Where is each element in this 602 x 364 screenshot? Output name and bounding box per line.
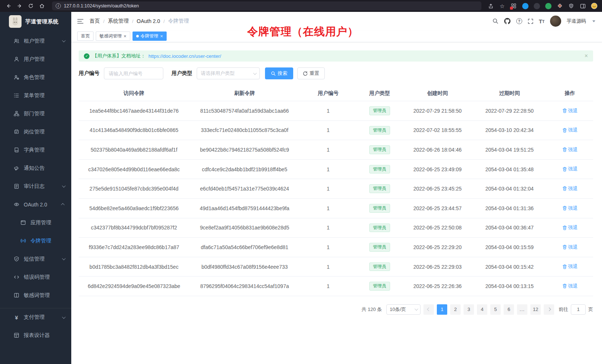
forward-button[interactable] bbox=[15, 1, 24, 10]
tab-home[interactable]: 首页 bbox=[77, 32, 94, 41]
page-size-select[interactable]: 10条/页 bbox=[386, 304, 421, 315]
sidebar-item-notice[interactable]: 通知公告 bbox=[0, 159, 71, 177]
fullscreen-icon[interactable] bbox=[528, 19, 533, 24]
shield-extension-icon[interactable] bbox=[567, 2, 575, 10]
user-id-cell: 1 bbox=[300, 238, 356, 257]
page-button[interactable]: ... bbox=[517, 304, 527, 315]
reset-button[interactable]: 重置 bbox=[297, 67, 325, 79]
extensions-icon[interactable] bbox=[510, 2, 518, 10]
shield-icon bbox=[13, 256, 20, 262]
bookmark-star-icon[interactable]: ☆ bbox=[498, 2, 506, 10]
sidebar-item-oauth[interactable]: OAuth 2.0 bbox=[0, 195, 71, 214]
green-extension-icon[interactable] bbox=[544, 2, 552, 10]
page-button[interactable]: 4 bbox=[477, 304, 487, 315]
force-logout-button[interactable]: 强退 bbox=[562, 283, 578, 289]
force-logout-button[interactable]: 强退 bbox=[562, 244, 578, 251]
actions-cell: 强退 bbox=[547, 218, 593, 238]
user-type-cell: 管理员 bbox=[356, 257, 403, 277]
user-type-select[interactable]: 请选择用户类型 bbox=[197, 67, 260, 79]
sidebar-item-menu[interactable]: 菜单管理 bbox=[0, 86, 71, 105]
table-row: 1ea5e44f8bc1467aaede43144f31de76 811c530… bbox=[79, 101, 593, 121]
page-button[interactable]: 1 bbox=[437, 304, 447, 315]
sidebar-item-sensitive-words[interactable]: 敏感词管理 bbox=[0, 286, 71, 304]
close-icon[interactable]: × bbox=[124, 34, 127, 39]
sidebar-item-dict[interactable]: 字典管理 bbox=[0, 141, 71, 159]
sidebar-item-post[interactable]: 岗位管理 bbox=[0, 123, 71, 141]
refresh-token-cell: 811c530487574fa0af1a59d3abc1aa66 bbox=[189, 101, 300, 121]
sidebar-item-user[interactable]: 用户管理 bbox=[0, 50, 71, 68]
sidebar-collapse-icon[interactable] bbox=[77, 19, 84, 24]
close-icon[interactable]: × bbox=[160, 34, 163, 39]
page-button[interactable]: 5 bbox=[490, 304, 501, 315]
user-type-cell: 管理员 bbox=[356, 120, 403, 140]
sidebar-item-audit-log[interactable]: 审计日志 bbox=[0, 177, 71, 195]
dark-extension-icon[interactable] bbox=[533, 2, 541, 10]
github-icon[interactable] bbox=[504, 18, 511, 24]
create-time-cell: 2022-06-25 22:50:08 bbox=[403, 218, 472, 238]
chevron-down-icon[interactable] bbox=[592, 20, 595, 22]
sidebar-item-role[interactable]: 角色管理 bbox=[0, 68, 71, 86]
home-button[interactable] bbox=[37, 1, 47, 10]
breadcrumb-oauth[interactable]: OAuth 2.0 bbox=[137, 18, 160, 24]
user-id-cell: 1 bbox=[300, 257, 356, 277]
search-button[interactable]: 搜索 bbox=[265, 67, 293, 79]
user-type-badge: 管理员 bbox=[369, 282, 390, 291]
sidebar-nav: 租户管理 用户管理 角色管理 菜单管理 部门管理 岗位管理 bbox=[0, 31, 71, 344]
profile-avatar-icon[interactable] bbox=[590, 2, 598, 10]
page-button[interactable]: 12 bbox=[530, 304, 541, 315]
user-name[interactable]: 芋道源码 bbox=[567, 18, 586, 24]
page-button[interactable]: 2 bbox=[450, 304, 461, 315]
page-button[interactable]: 3 bbox=[464, 304, 474, 315]
reload-button[interactable] bbox=[26, 1, 36, 10]
force-logout-button[interactable]: 强退 bbox=[562, 127, 578, 133]
breadcrumb-system[interactable]: 系统管理 bbox=[108, 18, 129, 24]
sidebar-item-dept[interactable]: 部门管理 bbox=[0, 105, 71, 123]
user-type-cell: 管理员 bbox=[356, 101, 403, 121]
expire-time-cell: 2054-03-04 19:51:25 bbox=[472, 140, 547, 160]
page-button[interactable]: 6 bbox=[504, 304, 514, 315]
site-info-icon[interactable]: i bbox=[56, 3, 61, 9]
back-button[interactable] bbox=[4, 1, 13, 10]
user-icon bbox=[13, 56, 20, 62]
report-layout-icon bbox=[13, 332, 20, 338]
font-size-icon[interactable]: TT bbox=[539, 19, 544, 24]
user-type-badge: 管理员 bbox=[369, 243, 390, 252]
help-icon[interactable]: ? bbox=[516, 18, 522, 24]
url-bar[interactable]: i 127.0.0.1:1024/system/oauth2/token bbox=[52, 1, 481, 10]
sidebar-item-sms[interactable]: 短信管理 bbox=[0, 250, 71, 268]
tenant-icon bbox=[13, 38, 20, 44]
force-logout-button[interactable]: 强退 bbox=[562, 224, 578, 231]
force-logout-button[interactable]: 强退 bbox=[562, 146, 578, 153]
puzzle-extension-icon[interactable] bbox=[556, 2, 564, 10]
force-logout-button[interactable]: 强退 bbox=[562, 107, 578, 114]
sidebar-item-report-designer[interactable]: 报表设计器 bbox=[0, 326, 71, 344]
share-icon[interactable] bbox=[487, 2, 495, 10]
sidebar-item-payment[interactable]: ¥ 支付管理 bbox=[0, 308, 71, 326]
search-icon[interactable] bbox=[493, 18, 498, 24]
goto-page-input[interactable] bbox=[571, 304, 586, 315]
prev-page-button[interactable] bbox=[423, 304, 434, 315]
force-logout-button[interactable]: 强退 bbox=[562, 166, 578, 172]
next-page-button[interactable] bbox=[544, 304, 554, 315]
sidebar-toggle-icon[interactable] bbox=[579, 2, 587, 10]
breadcrumb-home[interactable]: 首页 bbox=[89, 18, 100, 24]
twitter-extension-icon[interactable] bbox=[521, 2, 529, 10]
tab-token-management[interactable]: 令牌管理 × bbox=[132, 32, 167, 41]
refresh-token-cell: e6cfd40eb1f54571a31e775e039c4624 bbox=[189, 179, 300, 199]
force-logout-button[interactable]: 强退 bbox=[562, 205, 578, 212]
sidebar-item-error-code[interactable]: 错误码管理 bbox=[0, 268, 71, 286]
user-id-input[interactable] bbox=[104, 67, 163, 79]
tab-sensitive-words[interactable]: 敏感词管理 × bbox=[96, 32, 130, 41]
alert-close-icon[interactable]: × bbox=[585, 53, 588, 59]
sidebar-item-oauth-app[interactable]: 应用管理 bbox=[0, 214, 71, 232]
force-logout-button[interactable]: 强退 bbox=[562, 263, 578, 270]
user-avatar[interactable] bbox=[550, 16, 561, 27]
doc-link[interactable]: https://doc.iocoder.cn/user-center/ bbox=[148, 53, 221, 59]
expire-time-cell: 2054-03-04 01:32:04 bbox=[472, 179, 547, 199]
sidebar-item-tenant[interactable]: 租户管理 bbox=[0, 32, 71, 50]
force-logout-button[interactable]: 强退 bbox=[562, 185, 578, 192]
access-token-cell: 1ea5e44f8bc1467aaede43144f31de76 bbox=[79, 101, 189, 121]
sidebar-item-oauth-token[interactable]: 令牌管理 bbox=[0, 232, 71, 250]
access-token-cell: 54d6be82ee5a460a9aedc1f9bf223656 bbox=[79, 198, 189, 218]
chevron-down-icon bbox=[415, 307, 418, 311]
